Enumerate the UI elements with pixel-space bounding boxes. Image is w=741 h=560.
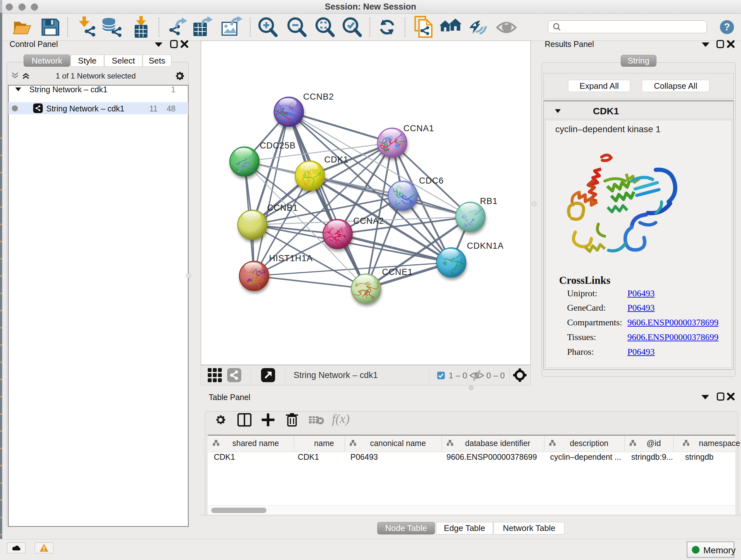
svg-text:CCNB1: CCNB1 (267, 203, 298, 212)
svg-text:CDC25B: CDC25B (260, 141, 296, 150)
svg-text:CCNA2: CCNA2 (353, 216, 384, 226)
svg-text:RB1: RB1 (480, 196, 498, 206)
svg-text:CDKN1A: CDKN1A (467, 241, 504, 251)
svg-text:CCNA1: CCNA1 (403, 124, 434, 133)
svg-text:CDC6: CDC6 (419, 176, 444, 186)
svg-text:CDK1: CDK1 (324, 155, 348, 165)
svg-text:HIST1H1A: HIST1H1A (269, 253, 313, 263)
svg-text:CCNB2: CCNB2 (303, 92, 334, 102)
svg-text:CCNE1: CCNE1 (382, 267, 413, 277)
